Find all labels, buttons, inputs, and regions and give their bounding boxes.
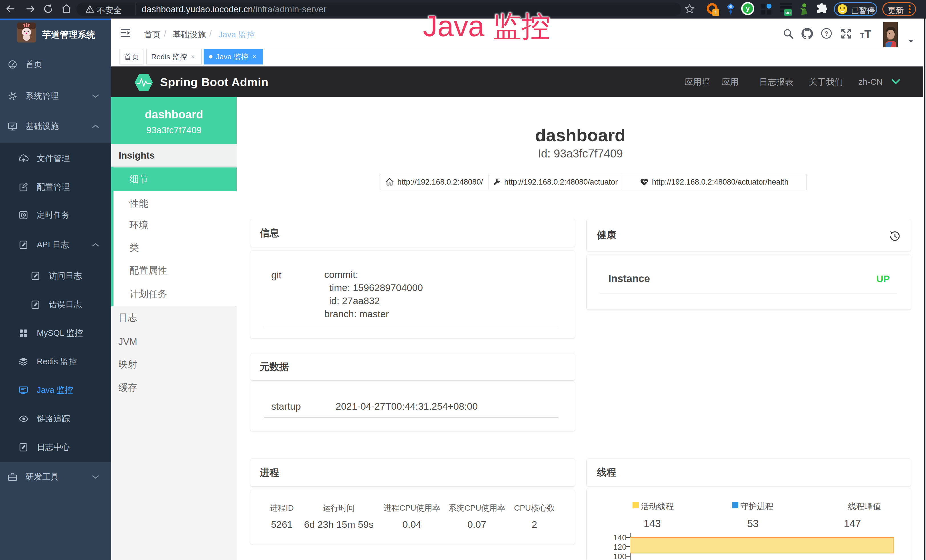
svg-text:on: on [785,10,791,15]
svg-text:?: ? [825,30,828,37]
svg-text:1: 1 [714,10,717,15]
svg-text:y: y [746,5,750,12]
